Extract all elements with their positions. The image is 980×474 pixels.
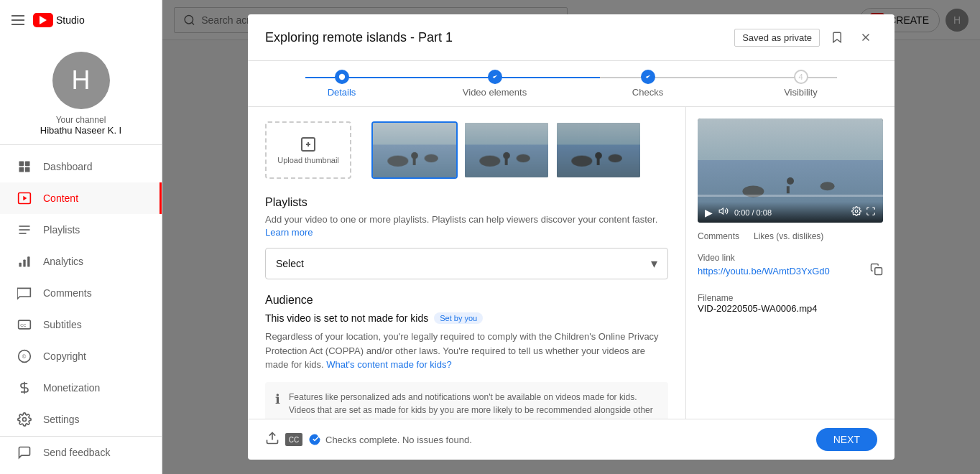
modal-footer: CC Checks complete. No issues found. NEX… bbox=[248, 419, 895, 460]
video-ctrl-right bbox=[851, 206, 876, 218]
copy-link-button[interactable] bbox=[870, 263, 883, 279]
logo-text: Studio bbox=[56, 14, 85, 26]
playlist-select[interactable]: Select ▾ bbox=[265, 248, 668, 279]
modal-right: ▶ 0:00 / 0:08 bbox=[686, 107, 895, 419]
svg-rect-2 bbox=[19, 167, 24, 172]
sidebar-item-monetization[interactable]: Monetization bbox=[0, 372, 162, 404]
step-circle-checks bbox=[641, 70, 655, 84]
sidebar-item-content[interactable]: Content bbox=[0, 182, 162, 214]
check-circle-icon bbox=[308, 433, 321, 446]
play-button[interactable]: ▶ bbox=[705, 207, 713, 218]
checks-complete: Checks complete. No issues found. bbox=[308, 433, 472, 446]
video-time: 0:00 / 0:08 bbox=[734, 208, 772, 217]
video-progress-bar[interactable] bbox=[698, 195, 883, 197]
chat-icon bbox=[17, 286, 32, 300]
svg-point-24 bbox=[855, 210, 858, 213]
sidebar-header: Studio bbox=[0, 0, 162, 40]
audience-info-text: Features like personalized ads and notif… bbox=[289, 391, 658, 419]
audience-link[interactable]: What's content made for kids? bbox=[326, 359, 451, 370]
playlists-learn-more[interactable]: Learn more bbox=[265, 227, 313, 238]
upload-thumbnail-button[interactable]: Upload thumbnail bbox=[265, 121, 351, 179]
likes-stat: Likes (vs. dislikes) bbox=[754, 231, 823, 241]
channel-name: Hibathu Naseer K. I bbox=[40, 125, 121, 136]
cc-icon: CC bbox=[17, 317, 32, 332]
comments-label: Comments bbox=[698, 231, 739, 241]
video-preview: ▶ 0:00 / 0:08 bbox=[698, 118, 883, 223]
audience-notice: This video is set to not made for kids S… bbox=[265, 312, 668, 324]
step-label-visibility: Visibility bbox=[784, 87, 818, 98]
nav-items: Dashboard Content Playlists Analytics Co… bbox=[0, 145, 162, 436]
step-details[interactable]: Details bbox=[265, 70, 418, 98]
thumbnails-section: Upload thumbnail ? bbox=[265, 121, 668, 179]
main-content: ? CREATE H Exploring remote islands - Pa… bbox=[162, 0, 980, 474]
svg-point-21 bbox=[338, 74, 344, 80]
step-label-checks: Checks bbox=[632, 87, 663, 98]
sidebar-item-label: Comments bbox=[43, 287, 92, 299]
playlists-desc-text: Add your video to one or more playlists.… bbox=[265, 214, 657, 225]
steps-bar: Details Video elements Checks 4 Visi bbox=[248, 61, 895, 107]
upload-footer-button[interactable] bbox=[265, 431, 279, 449]
audience-desc-text: Regardless of your location, you're lega… bbox=[265, 331, 659, 370]
svg-marker-23 bbox=[719, 208, 723, 214]
sidebar-item-subtitles[interactable]: CC Subtitles bbox=[0, 309, 162, 340]
sidebar-item-copyright[interactable]: © Copyright bbox=[0, 340, 162, 372]
svg-text:CC: CC bbox=[20, 323, 26, 327]
thumbnail-3[interactable] bbox=[555, 121, 642, 179]
comments-stat: Comments bbox=[698, 231, 739, 241]
youtube-logo-icon bbox=[33, 13, 53, 27]
dollar-icon bbox=[17, 381, 32, 395]
step-video-elements[interactable]: Video elements bbox=[418, 70, 571, 98]
svg-rect-9 bbox=[19, 263, 22, 267]
upload-thumbnail-label: Upload thumbnail bbox=[277, 156, 339, 164]
filename-text: VID-20220505-WA0006.mp4 bbox=[698, 303, 883, 314]
svg-rect-0 bbox=[19, 162, 24, 167]
grid-icon bbox=[17, 159, 32, 174]
playlist-select-placeholder: Select bbox=[276, 258, 304, 269]
send-feedback-label: Send feedback bbox=[43, 447, 110, 458]
sidebar-item-settings[interactable]: Settings bbox=[0, 404, 162, 435]
sidebar-item-playlists[interactable]: Playlists bbox=[0, 214, 162, 246]
audience-info-box: ℹ Features like personalized ads and not… bbox=[265, 382, 668, 419]
settings-button[interactable] bbox=[851, 206, 861, 218]
close-button[interactable] bbox=[854, 26, 877, 49]
svg-text:©: © bbox=[22, 353, 27, 360]
sidebar-item-dashboard[interactable]: Dashboard bbox=[0, 151, 162, 182]
playlist-icon bbox=[17, 223, 32, 237]
send-feedback-item[interactable]: Send feedback bbox=[0, 437, 162, 468]
sidebar-item-analytics[interactable]: Analytics bbox=[0, 246, 162, 277]
subtitle-footer-icon[interactable]: CC bbox=[285, 433, 302, 446]
sidebar-item-label: Analytics bbox=[43, 256, 83, 267]
video-link[interactable]: https://youtu.be/WAmtD3YxGd0 bbox=[698, 266, 830, 276]
video-link-label: Video link bbox=[698, 253, 883, 263]
feedback-icon bbox=[17, 445, 32, 460]
sidebar-item-label: Monetization bbox=[43, 382, 100, 394]
step-checks[interactable]: Checks bbox=[571, 70, 724, 98]
play-icon bbox=[17, 191, 32, 205]
channel-label: Your channel bbox=[56, 115, 106, 125]
sidebar-item-label: Dashboard bbox=[43, 161, 93, 172]
modal-left: Upload thumbnail ? bbox=[248, 107, 686, 419]
next-button[interactable]: NEXT bbox=[816, 428, 877, 451]
svg-rect-25 bbox=[875, 268, 882, 275]
avatar: H bbox=[52, 52, 110, 109]
video-link-section: Video link https://youtu.be/WAmtD3YxGd0 bbox=[698, 250, 883, 279]
audience-title: Audience bbox=[265, 294, 668, 307]
bookmark-button[interactable] bbox=[826, 26, 849, 49]
step-circle-visibility: 4 bbox=[794, 70, 808, 84]
thumbnail-2[interactable] bbox=[463, 121, 550, 179]
thumbnail-1[interactable] bbox=[371, 121, 458, 179]
svg-point-16 bbox=[23, 418, 27, 422]
stats-row: Comments Likes (vs. dislikes) bbox=[698, 231, 883, 241]
volume-button[interactable] bbox=[718, 206, 729, 218]
fullscreen-button[interactable] bbox=[866, 206, 876, 218]
step-visibility[interactable]: 4 Visibility bbox=[724, 70, 877, 98]
hamburger-icon[interactable] bbox=[11, 15, 24, 25]
video-link-row: https://youtu.be/WAmtD3YxGd0 bbox=[698, 263, 883, 279]
modal-header-actions: Saved as private bbox=[734, 26, 877, 49]
likes-label: Likes (vs. dislikes) bbox=[754, 231, 823, 241]
sidebar-item-comments[interactable]: Comments bbox=[0, 277, 162, 309]
modal: Exploring remote islands - Part 1 Saved … bbox=[248, 14, 895, 460]
copyright-icon: © bbox=[17, 349, 32, 363]
footer-left: CC Checks complete. No issues found. bbox=[265, 431, 810, 449]
sidebar-item-label: Content bbox=[43, 192, 78, 204]
